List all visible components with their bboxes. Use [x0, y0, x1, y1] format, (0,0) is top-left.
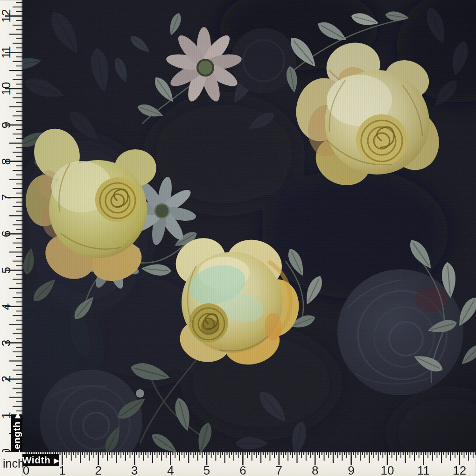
h-ruler-number: 11 — [413, 464, 434, 476]
h-ruler-number: 12 — [449, 464, 470, 476]
h-ruler-number: 6 — [232, 464, 253, 476]
h-ruler-number: 1 — [52, 464, 72, 476]
vertical-ruler: 0123456789101112 Length ▶ — [0, 0, 22, 476]
h-ruler-number: 3 — [124, 464, 145, 476]
arrow-right-icon: ▶ — [54, 456, 59, 465]
v-ruler-number: 12 — [0, 10, 12, 22]
h-ruler-number: 7 — [269, 464, 289, 476]
v-ruler-number: 2 — [0, 373, 12, 385]
h-ruler-number: 9 — [341, 464, 362, 476]
width-badge: Width ▶ — [22, 454, 59, 466]
v-ruler-number: 9 — [0, 119, 12, 131]
h-ruler-number: 10 — [377, 464, 398, 476]
unit-label-corner: inch — [0, 452, 22, 476]
h-ruler-number: 2 — [88, 464, 109, 476]
fabric-swatch-photo: 0123456789101112 Length ▶ 01234567891011… — [0, 0, 476, 476]
width-label: Width — [22, 455, 51, 466]
v-ruler-number: 6 — [0, 228, 12, 240]
v-ruler-number: 4 — [0, 301, 12, 313]
length-label: Length — [11, 421, 22, 455]
h-ruler-number: 5 — [196, 464, 217, 476]
v-ruler-number: 5 — [0, 264, 12, 276]
v-ruler-number: 1 — [0, 409, 12, 421]
h-ruler-number: 8 — [305, 464, 325, 476]
v-ruler-number: 7 — [0, 191, 12, 203]
arrow-up-icon: ▶ — [13, 413, 21, 418]
v-ruler-number: 8 — [0, 155, 12, 168]
horizontal-ruler: 0123456789101112 Width ▶ — [22, 452, 476, 476]
length-badge: Length ▶ — [11, 414, 22, 454]
v-ruler-number: 3 — [0, 337, 12, 349]
h-ruler-number: 4 — [161, 464, 181, 476]
v-ruler-number: 11 — [0, 46, 12, 58]
vignette — [0, 0, 476, 452]
unit-label: inch — [3, 457, 24, 470]
fabric-print — [0, 0, 476, 452]
v-ruler-number: 10 — [0, 83, 12, 95]
